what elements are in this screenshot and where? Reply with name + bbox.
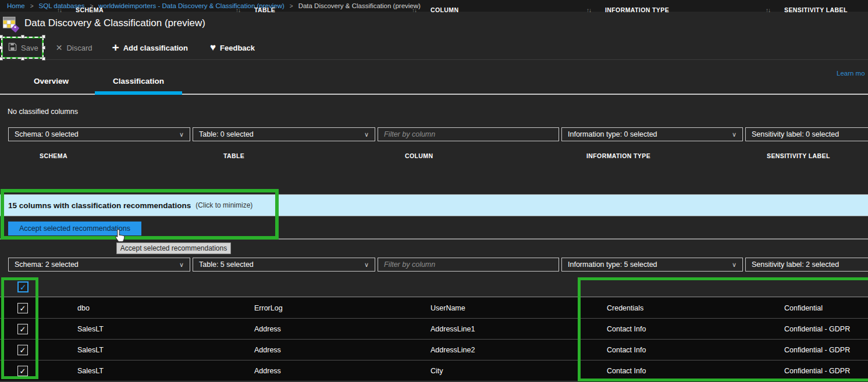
column-header-sensitivity-label: SENSITIVITY LABEL [767,152,830,159]
accept-button-tooltip: Accept selected recommendations [116,242,231,254]
schema-filter-bottom[interactable]: Schema: 2 selected ∨ [8,258,190,272]
discard-x-icon: ✕ [56,43,63,52]
table-row[interactable]: SalesLT Address AddressLine1 Contact Inf… [0,319,868,340]
cell-sensitivity-label: Confidential - GDPR [784,367,850,375]
learn-more-link[interactable]: Learn mo [837,70,868,77]
cell-information-type: Contact Info [607,367,646,375]
cell-sensitivity-label: Confidential - GDPR [784,325,850,333]
sort-icon-information-type[interactable]: ↑↓ [586,7,591,13]
cell-sensitivity-label: Confidential - GDPR [784,346,850,354]
feedback-label: Feedback [220,44,255,52]
azure-portal-page: Home > SQL databases > worldwideimporter… [0,0,868,382]
panel-divider [0,238,868,240]
discard-button[interactable]: ✕ Discard [56,43,93,52]
add-classification-button[interactable]: + Add classification [112,43,188,52]
column-header-information-type: INFORMATION TYPE [605,6,669,13]
row-checkbox[interactable]: ✓ [17,303,28,313]
sensitivity-label-filter-bottom[interactable]: Sensitivity label: 2 selected [745,258,868,272]
column-header-table: TABLE [223,152,244,159]
schema-filter-top-value: Schema: 0 selected [15,130,79,138]
table-row[interactable]: SalesLT Address City Contact Info Confid… [0,360,868,381]
breadcrumb-home[interactable]: Home [7,2,25,9]
information-type-filter-bottom[interactable]: Information type: 5 selected ∨ [561,258,743,272]
table-filter-bottom[interactable]: Table: 5 selected ∨ [193,258,375,272]
breadcrumb-separator-icon: > [290,3,293,9]
feedback-button[interactable]: ♥ Feedback [210,43,255,52]
column-header-schema: SCHEMA [40,152,67,159]
row-checkbox[interactable]: ✓ [17,366,28,376]
recommendations-banner[interactable]: 15 columns with classification recommend… [0,194,868,216]
cell-column: AddressLine1 [431,325,475,333]
cell-sensitivity-label: Confidential [784,304,823,312]
column-header-table: TABLE [254,6,275,13]
cell-information-type: Contact Info [607,325,646,333]
data-classification-icon [2,15,20,35]
sort-icon-column[interactable]: ↑↓ [412,7,417,13]
cell-table: ErrorLog [254,304,283,312]
schema-filter-top[interactable]: Schema: 0 selected ∨ [8,127,190,141]
check-icon: ✓ [20,346,26,355]
column-header-sensitivity-label: SENSITIVITY LABEL [784,6,848,13]
column-header-column: COLUMN [431,6,458,13]
cell-information-type: Contact Info [607,346,646,354]
recommendations-count-text: 15 columns with classification recommend… [8,201,191,210]
title-bar: Data Discovery & Classification (preview… [0,12,868,36]
chevron-down-icon: ∨ [732,131,737,138]
column-filter-input-top[interactable] [378,127,559,141]
tab-classification[interactable]: Classification [95,77,182,85]
cell-table: Address [254,325,281,333]
chevron-down-icon: ∨ [179,131,184,138]
no-classified-message: No classified columns [8,108,78,116]
tab-active-indicator [95,91,182,95]
recommendations-table-header [0,277,868,297]
table-filter-top-value: Table: 0 selected [199,130,254,138]
breadcrumb-current-page: Data Discovery & Classification (preview… [298,2,421,9]
table-filter-top[interactable]: Table: 0 selected ∨ [193,127,375,141]
plus-icon: + [112,43,119,52]
chevron-down-icon: ∨ [364,131,369,138]
sensitivity-label-filter-top-value: Sensitivity label: 0 selected [752,130,839,138]
cell-column: AddressLine2 [431,346,475,354]
sensitivity-label-filter-bottom-value: Sensitivity label: 2 selected [752,260,839,269]
chevron-down-icon: ∨ [364,261,369,269]
minimize-hint-text: (Click to minimize) [195,201,252,209]
sort-icon-schema[interactable]: ↑↓ [57,7,62,13]
sensitivity-label-filter-top[interactable]: Sensitivity label: 0 selected [745,127,868,141]
select-all-checkbox[interactable]: ✓ [17,281,29,292]
sort-icon-table[interactable]: ↑↓ [236,7,240,13]
check-icon: ✓ [20,325,26,334]
add-classification-label: Add classification [123,44,188,52]
schema-filter-bottom-value: Schema: 2 selected [15,260,79,269]
save-icon [8,42,17,53]
information-type-filter-bottom-value: Information type: 5 selected [568,260,657,269]
column-header-column: COLUMN [405,152,433,159]
check-icon: ✓ [20,283,27,292]
check-icon: ✓ [20,367,26,376]
information-type-filter-top-value: Information type: 0 selected [568,130,657,138]
row-checkbox[interactable]: ✓ [17,324,28,334]
discard-label: Discard [66,44,92,52]
cell-schema: SalesLT [77,367,104,375]
heart-icon: ♥ [210,43,216,52]
cell-schema: SalesLT [77,325,104,333]
chevron-down-icon: ∨ [732,261,737,269]
column-header-information-type: INFORMATION TYPE [586,152,650,159]
row-checkbox[interactable]: ✓ [17,345,28,355]
command-bar: Save ✕ Discard + Add classification ♥ Fe… [0,36,868,60]
table-row[interactable]: SalesLT Address AddressLine2 Contact Inf… [0,340,868,360]
cell-schema: SalesLT [77,346,104,354]
table-row[interactable]: dbo ErrorLog UserName Credentials Confid… [0,298,868,319]
information-type-filter-top[interactable]: Information type: 0 selected ∨ [561,127,743,141]
cell-schema: dbo [77,304,90,312]
column-header-schema: SCHEMA [76,6,104,13]
cell-table: Address [254,346,281,354]
accept-selected-recommendations-button[interactable]: Accept selected recommendations [8,222,141,235]
cell-column: City [431,367,443,375]
chevron-down-icon: ∨ [179,261,184,269]
column-filter-input-bottom[interactable] [378,258,559,272]
page-title: Data Discovery & Classification (preview… [24,17,205,29]
tab-overview[interactable]: Overview [23,77,79,85]
check-icon: ✓ [20,304,26,313]
save-button[interactable]: Save [8,42,38,53]
sort-icon-sensitivity-label[interactable]: ↑↓ [766,7,770,13]
